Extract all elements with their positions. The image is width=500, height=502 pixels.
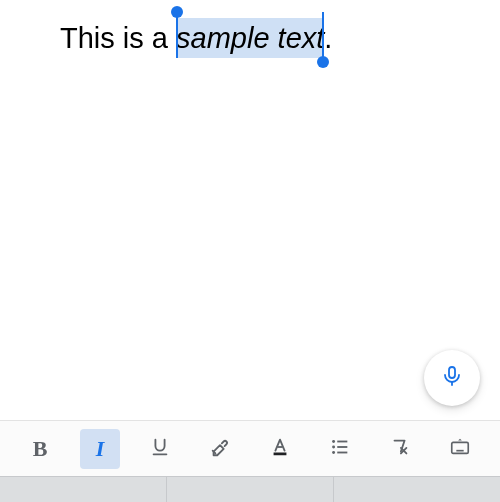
svg-rect-6 bbox=[337, 440, 347, 442]
svg-point-5 bbox=[332, 440, 335, 443]
document-canvas[interactable]: This is a sample text . bbox=[0, 0, 500, 420]
keyboard-toggle-button[interactable] bbox=[440, 429, 480, 469]
bottom-segment[interactable] bbox=[334, 477, 500, 502]
italic-button[interactable]: I bbox=[80, 429, 120, 469]
underline-icon bbox=[149, 436, 171, 462]
highlight-button[interactable] bbox=[200, 429, 240, 469]
bottom-segment[interactable] bbox=[0, 477, 167, 502]
svg-rect-4 bbox=[274, 452, 287, 455]
svg-rect-0 bbox=[449, 367, 455, 378]
text-before-selection: This is a bbox=[60, 22, 176, 54]
selection-handle-start[interactable] bbox=[171, 6, 183, 18]
bottom-panel bbox=[0, 476, 500, 502]
svg-rect-11 bbox=[452, 442, 469, 453]
selection-caret-end[interactable] bbox=[322, 12, 324, 58]
italic-icon: I bbox=[96, 436, 105, 462]
text-after-selection: . bbox=[324, 22, 332, 54]
svg-rect-8 bbox=[337, 446, 347, 448]
bold-button[interactable]: B bbox=[20, 429, 60, 469]
text-color-button[interactable] bbox=[260, 429, 300, 469]
svg-rect-10 bbox=[337, 451, 347, 453]
bulleted-list-button[interactable] bbox=[320, 429, 360, 469]
text-line[interactable]: This is a sample text . bbox=[60, 18, 440, 58]
clear-formatting-button[interactable] bbox=[380, 429, 420, 469]
formatting-toolbar: B I bbox=[0, 420, 500, 476]
underline-button[interactable] bbox=[140, 429, 180, 469]
bold-icon: B bbox=[33, 436, 48, 462]
selection-wrapper[interactable]: sample text bbox=[176, 18, 324, 58]
clear-formatting-icon bbox=[389, 436, 411, 462]
selection-handle-end[interactable] bbox=[317, 56, 329, 68]
selected-text[interactable]: sample text bbox=[176, 18, 324, 58]
svg-point-7 bbox=[332, 445, 335, 448]
text-color-icon bbox=[269, 436, 291, 462]
microphone-icon bbox=[440, 364, 464, 392]
selection-caret-start[interactable] bbox=[176, 12, 178, 58]
bottom-segment[interactable] bbox=[167, 477, 334, 502]
keyboard-icon bbox=[448, 436, 472, 462]
highlighter-icon bbox=[209, 436, 231, 462]
svg-point-9 bbox=[332, 451, 335, 454]
list-icon bbox=[329, 436, 351, 462]
voice-input-button[interactable] bbox=[424, 350, 480, 406]
